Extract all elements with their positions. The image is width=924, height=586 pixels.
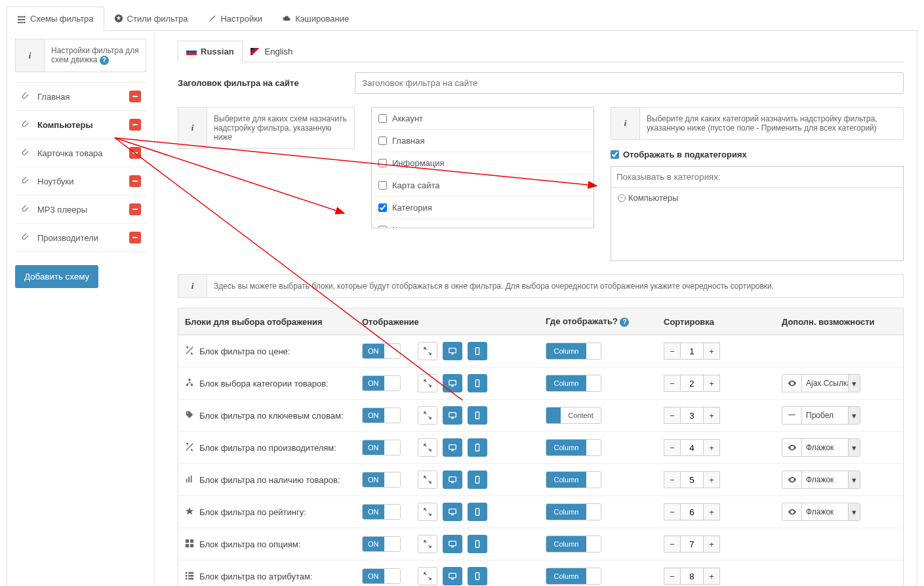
remove-icon[interactable]: −	[618, 194, 626, 202]
increment-button[interactable]: +	[703, 535, 720, 553]
increment-button[interactable]: +	[703, 407, 720, 424]
desktop-toggle[interactable]	[443, 471, 462, 489]
position-toggle[interactable]: Column	[546, 503, 601, 520]
sort-input[interactable]	[681, 535, 703, 553]
help-icon[interactable]: ?	[620, 318, 629, 327]
option-select[interactable]: Ajax Ссылка▾	[782, 374, 860, 392]
position-toggle[interactable]: Content	[546, 407, 601, 424]
scheme-option[interactable]: Категория	[372, 197, 593, 219]
scheme-option[interactable]: Главная	[372, 130, 593, 152]
chevron-down-icon[interactable]: ▾	[848, 503, 860, 520]
scheme-checkbox[interactable]	[378, 226, 387, 228]
sort-input[interactable]	[681, 503, 703, 520]
position-toggle[interactable]: Column	[546, 375, 601, 392]
position-toggle[interactable]: Column	[546, 471, 601, 488]
decrement-button[interactable]: −	[664, 568, 681, 585]
mobile-toggle[interactable]	[468, 438, 487, 457]
sort-stepper[interactable]: −+	[664, 343, 720, 360]
decrement-button[interactable]: −	[664, 503, 681, 520]
display-toggle[interactable]: ON	[362, 536, 401, 552]
decrement-button[interactable]: −	[664, 375, 681, 392]
sort-input[interactable]	[681, 375, 703, 392]
add-scheme-button[interactable]: Добавить схему	[15, 265, 98, 288]
option-select[interactable]: Пробел▾	[782, 406, 860, 425]
scheme-option[interactable]: Контакты	[372, 219, 593, 228]
remove-scheme-button[interactable]	[129, 91, 141, 102]
lang-tab-ru[interactable]: Russian	[178, 41, 243, 62]
title-input[interactable]	[355, 72, 904, 94]
display-toggle[interactable]: ON	[362, 343, 401, 359]
sidebar-item-2[interactable]: Карточка товара	[15, 139, 146, 167]
sort-stepper[interactable]: −+	[664, 503, 720, 520]
scheme-select-list[interactable]: АккаунтГлавнаяИнформацияКарта сайтаКатег…	[371, 107, 594, 228]
scheme-option[interactable]: Аккаунт	[372, 108, 593, 130]
fullscreen-toggle[interactable]	[418, 374, 437, 392]
scheme-checkbox[interactable]	[378, 159, 387, 167]
sidebar-item-4[interactable]: MP3 плееры	[15, 196, 146, 224]
increment-button[interactable]: +	[703, 375, 720, 392]
increment-button[interactable]: +	[703, 503, 720, 520]
lang-tab-en[interactable]: English	[243, 41, 301, 62]
position-toggle[interactable]: Column	[546, 439, 601, 456]
desktop-toggle[interactable]	[443, 342, 462, 360]
chevron-down-icon[interactable]: ▾	[848, 439, 860, 456]
position-toggle[interactable]: Column	[546, 568, 601, 585]
option-select[interactable]: Флажок▾	[782, 471, 860, 489]
mobile-toggle[interactable]	[468, 374, 487, 392]
fullscreen-toggle[interactable]	[418, 471, 437, 489]
fullscreen-toggle[interactable]	[418, 503, 437, 521]
sort-stepper[interactable]: −+	[664, 375, 720, 392]
sort-input[interactable]	[681, 568, 703, 585]
position-toggle[interactable]: Column	[546, 535, 601, 553]
display-toggle[interactable]: ON	[362, 504, 401, 520]
decrement-button[interactable]: −	[664, 407, 681, 424]
option-select[interactable]: Флажок▾	[782, 503, 860, 521]
option-select[interactable]: Флажок▾	[782, 438, 860, 457]
scheme-checkbox[interactable]	[378, 136, 387, 145]
display-toggle[interactable]: ON	[362, 375, 401, 391]
display-toggle[interactable]: ON	[362, 472, 401, 488]
scheme-option[interactable]: Информация	[372, 152, 593, 175]
sidebar-item-0[interactable]: Главная	[15, 82, 146, 111]
remove-scheme-button[interactable]	[129, 119, 141, 131]
sort-stepper[interactable]: −+	[664, 535, 720, 553]
sort-stepper[interactable]: −+	[664, 439, 720, 456]
fullscreen-toggle[interactable]	[418, 535, 437, 553]
desktop-toggle[interactable]	[443, 535, 462, 553]
increment-button[interactable]: +	[703, 343, 720, 360]
scheme-checkbox[interactable]	[378, 181, 387, 190]
sort-stepper[interactable]: −+	[664, 407, 720, 424]
sidebar-item-1[interactable]: Компьютеры	[15, 111, 146, 139]
sidebar-item-5[interactable]: Производители	[15, 224, 146, 252]
scheme-checkbox[interactable]	[378, 114, 387, 123]
help-icon[interactable]: ?	[100, 56, 109, 65]
chevron-down-icon[interactable]: ▾	[848, 375, 860, 392]
increment-button[interactable]: +	[703, 568, 720, 585]
position-toggle[interactable]: Column	[546, 343, 601, 360]
chevron-down-icon[interactable]: ▾	[848, 471, 860, 488]
sort-stepper[interactable]: −+	[664, 471, 720, 488]
remove-scheme-button[interactable]	[129, 232, 141, 243]
tab-styles[interactable]: Стили фильтра	[104, 7, 198, 30]
mobile-toggle[interactable]	[468, 471, 487, 489]
mobile-toggle[interactable]	[468, 567, 487, 585]
sort-input[interactable]	[681, 471, 703, 488]
sidebar-item-3[interactable]: Ноутбуки	[15, 167, 146, 196]
decrement-button[interactable]: −	[664, 343, 681, 360]
desktop-toggle[interactable]	[443, 567, 462, 585]
mobile-toggle[interactable]	[468, 503, 487, 521]
tab-schemes[interactable]: Схемы фильтра	[7, 7, 104, 31]
fullscreen-toggle[interactable]	[418, 438, 437, 457]
decrement-button[interactable]: −	[664, 471, 681, 488]
remove-scheme-button[interactable]	[129, 175, 141, 187]
display-toggle[interactable]: ON	[362, 568, 401, 584]
fullscreen-toggle[interactable]	[418, 406, 437, 425]
display-toggle[interactable]: ON	[362, 440, 401, 455]
scheme-checkbox[interactable]	[378, 203, 387, 212]
category-tag[interactable]: −Компьютеры	[611, 188, 903, 208]
scheme-option[interactable]: Карта сайта	[372, 175, 593, 197]
mobile-toggle[interactable]	[468, 342, 487, 360]
mobile-toggle[interactable]	[468, 406, 487, 425]
increment-button[interactable]: +	[703, 439, 720, 456]
sort-input[interactable]	[681, 407, 703, 424]
